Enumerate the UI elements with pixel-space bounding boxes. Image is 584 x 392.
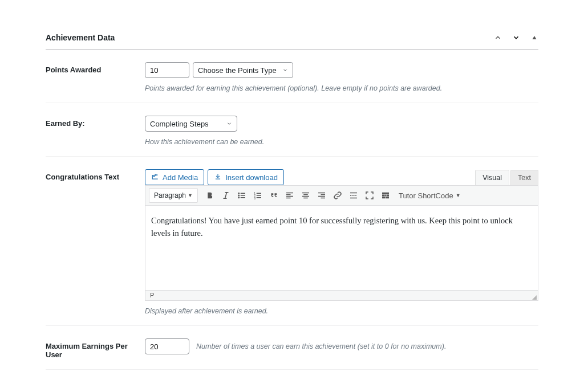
editor-content[interactable]: Congratulations! You have just earned po… (145, 206, 538, 290)
earned-by-label: Earned By: (46, 116, 145, 146)
tab-text[interactable]: Text (510, 170, 538, 185)
svg-point-6 (238, 195, 240, 196)
svg-rect-34 (384, 195, 386, 197)
svg-point-5 (238, 193, 240, 194)
panel-header-actions (494, 34, 538, 42)
chevron-down-icon[interactable] (512, 34, 520, 42)
bold-button[interactable] (202, 188, 217, 203)
resize-handle-icon[interactable] (530, 293, 537, 300)
download-icon (214, 173, 222, 182)
chevron-down-icon (282, 66, 288, 75)
align-right-button[interactable] (314, 188, 329, 203)
svg-point-1 (153, 175, 155, 177)
chevron-up-icon[interactable] (494, 34, 502, 42)
max-earnings-input[interactable] (145, 338, 189, 354)
link-button[interactable] (330, 188, 345, 203)
fullscreen-button[interactable] (362, 188, 377, 203)
collapse-triangle-icon[interactable] (530, 34, 538, 42)
points-type-select[interactable]: Choose the Points Type (193, 62, 293, 78)
editor-box: Paragraph ▼ 123 (145, 185, 538, 301)
align-left-button[interactable] (282, 188, 297, 203)
bullet-list-button[interactable] (234, 188, 249, 203)
svg-rect-35 (387, 195, 390, 197)
tab-visual[interactable]: Visual (475, 170, 509, 185)
blockquote-button[interactable] (266, 188, 281, 203)
earned-by-select[interactable]: Completing Steps (145, 116, 237, 132)
format-select[interactable]: Paragraph ▼ (149, 188, 198, 203)
svg-rect-37 (386, 197, 389, 198)
row-max-earnings: Maximum Earnings Per User Number of time… (46, 326, 538, 370)
add-media-button[interactable]: Add Media (145, 169, 204, 185)
toolbar-toggle-button[interactable] (378, 188, 393, 203)
read-more-button[interactable] (346, 188, 361, 203)
editor-status-bar: P (145, 290, 538, 300)
earned-by-field: Completing Steps How this achievement ca… (145, 116, 538, 146)
congrats-field: Add Media Insert download Visual Text Pa… (145, 169, 538, 315)
max-earnings-field: Number of times a user can earn this ach… (145, 338, 538, 359)
svg-rect-36 (382, 197, 385, 198)
editor-toolbar: Paragraph ▼ 123 (145, 186, 538, 206)
points-awarded-input[interactable] (145, 62, 189, 78)
numbered-list-button[interactable]: 123 (250, 188, 265, 203)
points-awarded-field: Choose the Points Type Points awarded fo… (145, 62, 538, 92)
format-select-label: Paragraph (154, 191, 186, 199)
panel-header: Achievement Data (46, 33, 538, 50)
points-awarded-helper: Points awarded for earning this achievem… (145, 84, 538, 92)
earned-by-helper: How this achievement can be earned. (145, 138, 538, 146)
row-earned-by: Earned By: Completing Steps How this ach… (46, 103, 538, 157)
earned-by-select-label: Completing Steps (150, 120, 209, 128)
tutor-shortcode-label: Tutor ShortCode (399, 191, 453, 200)
align-center-button[interactable] (298, 188, 313, 203)
panel-title: Achievement Data (46, 33, 115, 42)
insert-download-label: Insert download (225, 173, 278, 182)
svg-point-7 (238, 197, 240, 198)
insert-download-button[interactable]: Insert download (208, 169, 284, 185)
media-icon (151, 173, 159, 182)
congrats-helper: Displayed after achievement is earned. (145, 307, 538, 315)
editor-breadcrumb: P (150, 292, 154, 299)
row-congrats: Congratulations Text Add Media Insert do… (46, 157, 538, 326)
svg-text:3: 3 (254, 197, 256, 200)
chevron-down-icon (226, 120, 232, 128)
svg-rect-33 (382, 195, 384, 197)
points-type-select-label: Choose the Points Type (198, 66, 277, 75)
points-awarded-label: Points Awarded (46, 62, 145, 92)
row-points-awarded: Points Awarded Choose the Points Type Po… (46, 50, 538, 103)
caret-down-icon: ▼ (188, 193, 193, 198)
tutor-shortcode-dropdown[interactable]: Tutor ShortCode ▼ (394, 188, 465, 203)
congrats-label: Congratulations Text (46, 169, 145, 315)
caret-down-icon: ▼ (456, 193, 461, 198)
max-earnings-label: Maximum Earnings Per User (46, 338, 145, 359)
svg-line-2 (225, 193, 227, 199)
italic-button[interactable] (218, 188, 233, 203)
max-earnings-helper: Number of times a user can earn this ach… (196, 342, 446, 350)
svg-rect-32 (382, 193, 389, 194)
editor-tabs: Visual Text (474, 170, 538, 185)
add-media-label: Add Media (163, 173, 198, 182)
svg-marker-0 (533, 36, 537, 39)
